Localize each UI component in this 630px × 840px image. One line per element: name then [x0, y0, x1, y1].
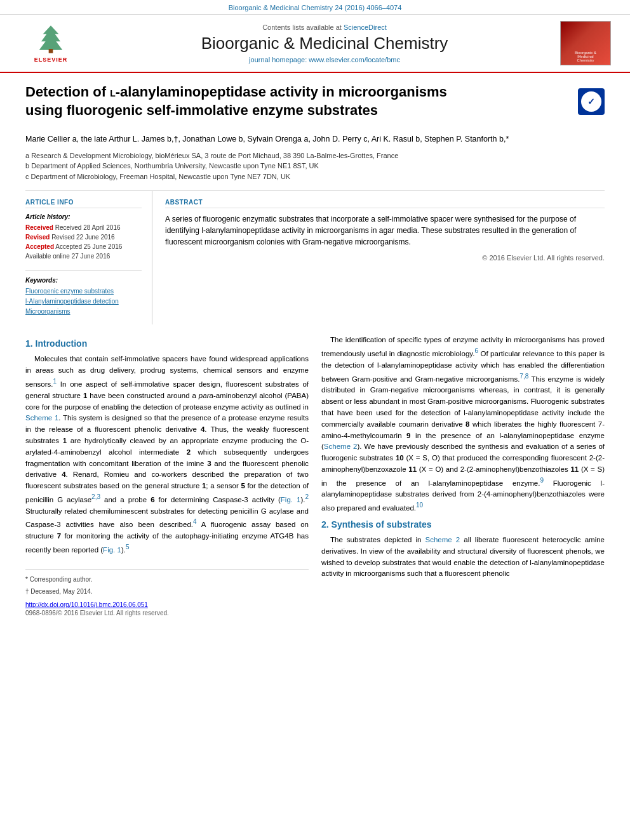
main-content: Detection of l-alanylaminopeptidase acti…: [0, 73, 630, 627]
journal-citation-bar: Bioorganic & Medicinal Chemistry 24 (201…: [0, 0, 630, 15]
accepted-date: Accepted Accepted 25 June 2016: [25, 242, 142, 251]
synthesis-section-title: 2. Synthesis of substrates: [321, 519, 605, 530]
contents-text: Contents lists available at: [262, 23, 342, 31]
received-date: Received Received 28 April 2016: [25, 223, 142, 232]
ref-7-8[interactable]: 7,8: [519, 373, 528, 380]
science-direct-line: Contents lists available at ScienceDirec…: [89, 23, 560, 31]
footnote-corresponding: * Corresponding author.: [25, 575, 309, 584]
two-col-body: 1. Introduction Molecules that contain s…: [25, 335, 605, 616]
svg-rect-2: [49, 49, 53, 53]
ref-2b[interactable]: 2: [305, 493, 309, 500]
journal-title-section: Contents lists available at ScienceDirec…: [89, 23, 560, 63]
abstract-section: Abstract A series of fluorogenic enzymat…: [152, 191, 605, 324]
journal-name-title: Bioorganic & Medicinal Chemistry: [89, 34, 560, 53]
doi-anchor[interactable]: http://dx.doi.org/10.1016/j.bmc.2016.06.…: [25, 601, 148, 608]
footnote-deceased: † Deceased, May 2014.: [25, 587, 309, 596]
crossmark-icon: ✓: [581, 91, 601, 112]
elsevier-logo-section: ELSEVIER: [13, 23, 89, 63]
journal-homepage-line: journal homepage: www.elsevier.com/locat…: [89, 56, 560, 63]
journal-header: ELSEVIER Contents lists available at Sci…: [0, 15, 630, 73]
available-online: Available online 27 June 2016: [25, 251, 142, 261]
authors-text: Marie Cellier a, the late Arthur L. Jame…: [25, 135, 509, 143]
article-info-section: Article Info Article history: Received R…: [25, 191, 152, 324]
keywords-label: Keywords:: [25, 277, 142, 284]
doi-link[interactable]: http://dx.doi.org/10.1016/j.bmc.2016.06.…: [25, 601, 309, 608]
title-smallcaps: l: [110, 85, 116, 99]
crossmark-badge[interactable]: ✓: [578, 88, 605, 115]
journal-cover-section: Bioorganic &MedicinalChemistry: [560, 21, 617, 65]
keyword-2[interactable]: l-Alanylaminopeptidase detection: [25, 297, 142, 307]
affiliations-section: a Research & Development Microbiology, b…: [25, 150, 605, 182]
keyword-1[interactable]: Fluorogenic enzyme substrates: [25, 286, 142, 297]
ref-2-3[interactable]: 2,3: [91, 493, 100, 500]
science-direct-link[interactable]: ScienceDirect: [344, 23, 387, 31]
elsevier-brand-text: ELSEVIER: [34, 57, 68, 63]
right-para-2: The substrates depicted in Scheme 2 all …: [321, 535, 605, 580]
ref-1[interactable]: 1: [53, 378, 57, 385]
journal-cover-image: Bioorganic &MedicinalChemistry: [560, 21, 611, 65]
copyright-line: © 2016 Elsevier Ltd. All rights reserved…: [165, 254, 605, 262]
ref-9[interactable]: 9: [540, 477, 544, 484]
article-history: Article history: Received Received 28 Ap…: [25, 213, 142, 261]
intro-section-title: 1. Introduction: [25, 338, 309, 349]
title-line2: using fluorogenic self-immolative enzyme…: [25, 102, 378, 118]
footnote-section: * Corresponding author. † Deceased, May …: [25, 569, 309, 617]
history-title: Article history:: [25, 213, 142, 220]
ref-5[interactable]: 5: [126, 543, 130, 550]
affiliation-c: c Department of Microbiology, Freeman Ho…: [25, 171, 605, 182]
homepage-link[interactable]: journal homepage: www.elsevier.com/locat…: [249, 56, 400, 63]
affiliation-b: b Department of Applied Sciences, Northu…: [25, 161, 605, 171]
cover-text: Bioorganic &MedicinalChemistry: [575, 51, 596, 62]
abstract-heading: Abstract: [165, 199, 605, 208]
synthesis-word: synthesis: [478, 443, 509, 450]
title-text-2: -alanylaminopeptidase activity in microo…: [116, 84, 447, 100]
keyword-3[interactable]: Microorganisms: [25, 307, 142, 317]
ref-6[interactable]: 6: [474, 347, 478, 354]
crossmark-section: ✓ CrossMark: [572, 86, 605, 119]
intro-paragraph-1: Molecules that contain self-immolative s…: [25, 354, 309, 556]
article-info-heading: Article Info: [25, 199, 142, 208]
article-title: Detection of l-alanylaminopeptidase acti…: [25, 83, 564, 119]
right-para-1: The identification of specific types of …: [321, 335, 605, 514]
info-abstract-row: Article Info Article history: Received R…: [25, 190, 605, 324]
elsevier-logo: ELSEVIER: [13, 23, 89, 63]
elsevier-tree-icon: [29, 23, 73, 55]
title-text-1: Detection of: [25, 84, 110, 100]
journal-citation-text: Bioorganic & Medicinal Chemistry 24 (201…: [229, 4, 402, 11]
ref-10[interactable]: 10: [416, 502, 423, 509]
revised-date: Revised Revised 22 June 2016: [25, 232, 142, 242]
ref-4[interactable]: 4: [193, 518, 197, 525]
right-column: The identification of specific types of …: [321, 335, 605, 616]
issn-line: 0968-0896/© 2016 Elsevier Ltd. All right…: [25, 610, 309, 617]
authors-line: Marie Cellier a, the late Arthur L. Jame…: [25, 133, 605, 145]
keywords-section: Keywords: Fluorogenic enzyme substrates …: [25, 277, 142, 317]
abstract-text: A series of fluorogenic enzymatic substr…: [165, 213, 605, 248]
affiliation-a: a Research & Development Microbiology, b…: [25, 150, 605, 161]
left-column: 1. Introduction Molecules that contain s…: [25, 335, 309, 616]
